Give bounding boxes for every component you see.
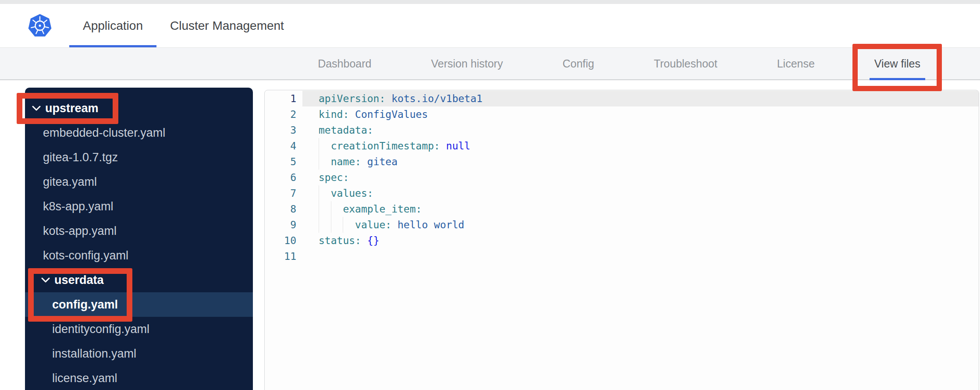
indent-guide	[319, 201, 331, 217]
nav-tab-label: Dashboard	[318, 57, 371, 70]
indent-guide	[319, 185, 331, 201]
tree-item-label: embedded-cluster.yaml	[43, 126, 165, 140]
indent-guide	[319, 217, 331, 233]
code-line: 5name: gitea	[265, 154, 979, 170]
nav-tab-license[interactable]: License	[777, 48, 815, 79]
code-token	[391, 219, 398, 230]
indent-guide	[319, 138, 331, 154]
nav-tab-label: View files	[874, 57, 920, 70]
tree-file-config-yaml[interactable]: config.yaml	[25, 292, 253, 317]
code-token: hello world	[398, 219, 464, 230]
code-line-content: creationTimestamp: null	[302, 138, 979, 154]
tree-item-label: config.yaml	[52, 298, 118, 312]
line-number: 8	[265, 201, 302, 217]
code-line: 6spec:	[265, 170, 979, 185]
tree-file-kots-app-yaml[interactable]: kots-app.yaml	[25, 219, 253, 243]
nav-tab-view-files[interactable]: View files	[874, 48, 920, 79]
nav-tab-label: Version history	[431, 57, 503, 70]
line-number: 3	[265, 122, 302, 138]
chevron-down-icon	[41, 277, 50, 283]
code-line-content: name: gitea	[302, 154, 979, 170]
line-number: 9	[265, 217, 302, 233]
line-number: 5	[265, 154, 302, 170]
tree-file-license-yaml[interactable]: license.yaml	[25, 366, 253, 390]
nav-tab-version-history[interactable]: Version history	[431, 48, 503, 79]
header-tabs: ApplicationCluster Management	[69, 4, 298, 47]
line-number: 10	[265, 233, 302, 248]
tree-folder-userdata[interactable]: userdata	[25, 268, 253, 292]
code-token: {}	[367, 235, 380, 246]
nav-tab-label: Troubleshoot	[654, 57, 717, 70]
code-token	[361, 156, 367, 167]
file-tree: upstreamembedded-cluster.yamlgitea-1.0.7…	[25, 88, 253, 390]
code-token: value:	[355, 219, 391, 230]
tree-item-label: identityconfig.yaml	[52, 323, 149, 336]
code-line: 1apiVersion: kots.io/v1beta1	[265, 91, 979, 106]
code-token: example_item:	[343, 203, 422, 215]
kubernetes-logo-icon	[28, 13, 52, 39]
tree-folder-upstream[interactable]: upstream	[25, 96, 253, 121]
code-line-content: value: hello world	[302, 217, 979, 233]
indent-guide	[319, 154, 331, 170]
nav-tab-label: Config	[562, 57, 594, 70]
app-subnav: DashboardVersion historyConfigTroublesho…	[0, 47, 980, 80]
nav-tab-label: License	[777, 57, 815, 70]
tree-item-label: license.yaml	[52, 372, 117, 385]
code-token: null	[446, 140, 470, 152]
nav-tab-dashboard[interactable]: Dashboard	[318, 48, 371, 79]
tree-file-installation-yaml[interactable]: installation.yaml	[25, 341, 253, 366]
header-tab-label: Application	[83, 19, 143, 33]
tree-file-kots-config-yaml[interactable]: kots-config.yaml	[25, 243, 253, 268]
code-token: metadata:	[319, 124, 373, 136]
code-line-content: kind: ConfigValues	[302, 106, 979, 122]
code-line: 3metadata:	[265, 122, 979, 138]
tree-item-label: k8s-app.yaml	[43, 200, 114, 213]
tree-file-gitea-yaml[interactable]: gitea.yaml	[25, 170, 253, 194]
code-line-content: metadata:	[302, 122, 979, 138]
code-token: kots.io/v1beta1	[391, 93, 483, 104]
code-token: kind:	[319, 109, 349, 120]
code-token: gitea	[367, 156, 398, 167]
tree-file-gitea-1-0-7-tgz[interactable]: gitea-1.0.7.tgz	[25, 145, 253, 170]
tree-item-label: upstream	[45, 102, 99, 115]
header-tab-application[interactable]: Application	[69, 4, 156, 47]
nav-tab-troubleshoot[interactable]: Troubleshoot	[654, 48, 717, 79]
line-number: 1	[265, 91, 302, 106]
code-line-content: example_item:	[302, 201, 979, 217]
tree-file-k8s-app-yaml[interactable]: k8s-app.yaml	[25, 194, 253, 219]
header-tab-cluster-management[interactable]: Cluster Management	[156, 4, 298, 47]
code-line-content: values:	[302, 185, 979, 201]
indent-guide	[331, 201, 343, 217]
tree-item-label: gitea.yaml	[43, 175, 97, 189]
tree-item-label: kots-config.yaml	[43, 249, 128, 262]
code-line-content: apiVersion: kots.io/v1beta1	[302, 91, 979, 106]
code-token: ConfigValues	[355, 109, 428, 120]
code-token: apiVersion:	[319, 93, 385, 104]
line-number: 7	[265, 185, 302, 201]
code-token	[349, 109, 355, 120]
code-line: 7values:	[265, 185, 979, 201]
code-line: 8example_item:	[265, 201, 979, 217]
nav-tab-config[interactable]: Config	[562, 48, 594, 79]
code-line-content	[302, 248, 979, 264]
tree-file-identityconfig-yaml[interactable]: identityconfig.yaml	[25, 317, 253, 341]
code-token	[440, 140, 446, 152]
app-header: ApplicationCluster Management	[0, 4, 980, 47]
tree-item-label: gitea-1.0.7.tgz	[43, 151, 118, 164]
tree-item-label: kots-app.yaml	[43, 224, 117, 238]
code-line-content: status: {}	[302, 233, 979, 248]
tree-file-embedded-cluster-yaml[interactable]: embedded-cluster.yaml	[25, 121, 253, 145]
line-number: 11	[265, 248, 302, 264]
code-line: 10status: {}	[265, 233, 979, 248]
code-editor[interactable]: 1apiVersion: kots.io/v1beta12kind: Confi…	[264, 90, 979, 390]
code-line: 9value: hello world	[265, 217, 979, 233]
code-token	[385, 93, 391, 104]
code-token: status:	[319, 235, 361, 246]
tree-item-label: installation.yaml	[52, 347, 136, 361]
chevron-down-icon	[32, 106, 41, 111]
header-tab-label: Cluster Management	[170, 19, 284, 33]
tree-item-label: userdata	[54, 273, 104, 287]
indent-guide	[343, 217, 355, 233]
code-line-content: spec:	[302, 170, 979, 185]
code-line: 4creationTimestamp: null	[265, 138, 979, 154]
